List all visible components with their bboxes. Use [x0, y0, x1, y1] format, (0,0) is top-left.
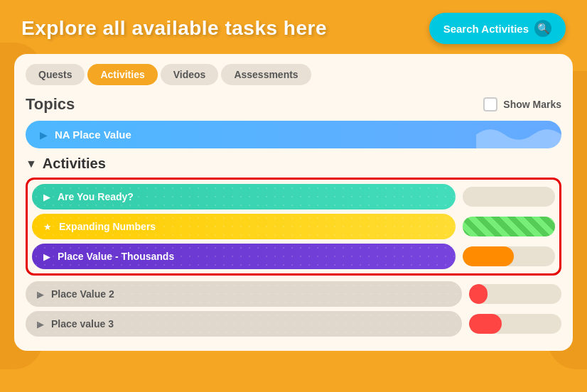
activity-bar-place-value-2[interactable]: ▶ Place Value 2 [26, 281, 462, 307]
topics-label: Topics [26, 95, 75, 114]
progress-fill-place-value-3 [469, 314, 502, 334]
play-icon-place-value-3: ▶ [37, 319, 44, 330]
activity-bar-place-value-thousands[interactable]: ▶ Place Value - Thousands [32, 244, 456, 269]
progress-fill-place-value-2 [469, 284, 488, 304]
activity-row-expanding-numbers: ★ Expanding Numbers [32, 214, 555, 239]
activity-label-place-value-thousands: Place Value - Thousands [58, 251, 174, 262]
tab-assessments[interactable]: Assessments [221, 64, 311, 85]
topic-bar-container: ▶ NA Place Value 7 3 2 [26, 121, 561, 148]
activities-section-header: ▼ Activities [26, 156, 561, 172]
progress-fill-expanding-numbers [463, 217, 555, 236]
topic-bar-arrow-icon: ▶ [40, 129, 48, 141]
activities-section-title: Activities [43, 156, 106, 172]
activity-label-are-you-ready: Are You Ready? [58, 191, 134, 202]
activity-bar-are-you-ready[interactable]: ▶ Are You Ready? [32, 184, 456, 209]
topics-row: Topics Show Marks [26, 95, 561, 114]
progress-bar-place-value-2 [469, 284, 561, 304]
activity-label-expanding-numbers: Expanding Numbers [59, 221, 156, 232]
activity-label-place-value-2: Place Value 2 [51, 288, 114, 300]
topic-bar-wave-decoration [476, 121, 561, 148]
progress-fill-place-value-thousands [463, 246, 514, 266]
play-icon-place-value-2: ▶ [37, 289, 44, 300]
progress-bar-are-you-ready [463, 187, 555, 207]
activity-row-are-you-ready: ▶ Are You Ready? [32, 184, 555, 209]
tab-quests[interactable]: Quests [26, 64, 85, 85]
activity-label-place-value-3: Place value 3 [51, 318, 114, 330]
activity-bar-place-value-3[interactable]: ▶ Place value 3 [26, 311, 462, 337]
show-marks-area: Show Marks [483, 97, 561, 111]
activities-section-collapse-icon[interactable]: ▼ [26, 158, 37, 170]
header: Explore all available tasks here Search … [0, 0, 587, 54]
search-button-label: Search Activities [443, 23, 529, 35]
show-marks-label: Show Marks [503, 99, 561, 110]
tabs-row: Quests Activities Videos Assessments [26, 64, 561, 85]
progress-bar-place-value-thousands [463, 246, 555, 266]
topic-bar-na-place-value[interactable]: ▶ NA Place Value [26, 121, 561, 148]
page-title: Explore all available tasks here [21, 17, 327, 40]
tab-videos[interactable]: Videos [161, 64, 219, 85]
tab-activities[interactable]: Activities [87, 64, 157, 85]
progress-bar-place-value-3 [469, 314, 561, 334]
show-marks-checkbox[interactable] [483, 97, 497, 111]
activity-bar-expanding-numbers[interactable]: ★ Expanding Numbers [32, 214, 456, 239]
topic-bar-label: NA Place Value [55, 129, 131, 141]
search-icon: 🔍 [534, 20, 551, 37]
content-panel: Quests Activities Videos Assessments Top… [14, 54, 573, 351]
star-icon-expanding-numbers: ★ [43, 222, 52, 232]
main-container: Explore all available tasks here Search … [0, 0, 587, 392]
play-icon-are-you-ready: ▶ [43, 192, 50, 202]
activity-row-place-value-thousands: ▶ Place Value - Thousands [32, 244, 555, 269]
progress-bar-expanding-numbers [463, 217, 555, 236]
activity-row-place-value-3: ▶ Place value 3 [26, 311, 561, 337]
activity-row-place-value-2: ▶ Place Value 2 [26, 281, 561, 307]
highlighted-activities-box: ▶ Are You Ready? ★ Expanding Numbers [26, 178, 561, 276]
search-activities-button[interactable]: Search Activities 🔍 [429, 13, 566, 44]
play-icon-place-value-thousands: ▶ [43, 251, 50, 262]
